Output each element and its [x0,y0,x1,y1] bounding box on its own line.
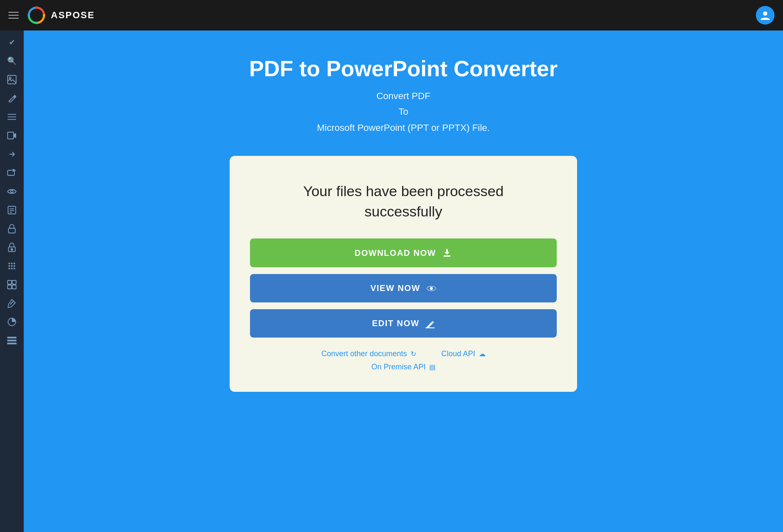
sidebar-item-chart[interactable] [3,313,21,330]
subtitle-line1: Convert PDF [376,91,430,101]
svg-point-13 [11,190,13,193]
user-avatar[interactable] [756,6,775,25]
card-links-row2: On Premise API ▤ [371,363,435,371]
svg-point-1 [35,6,38,9]
view-now-button[interactable]: VIEW NOW [250,274,557,302]
sidebar-item-square[interactable] [3,276,21,293]
sidebar-item-menu[interactable] [3,332,21,349]
cloud-icon: ☁ [479,350,486,358]
premise-api-label: On Premise API [371,363,425,371]
subtitle-line3: Microsoft PowerPoint (PPT or PPTX) File. [317,122,490,133]
svg-point-21 [8,263,10,264]
svg-rect-30 [8,280,11,284]
edit-icon [425,319,435,328]
svg-point-7 [9,77,11,79]
hamburger-menu[interactable] [8,12,19,19]
sidebar-item-edit[interactable] [3,202,21,219]
server-icon: ▤ [429,363,436,371]
sidebar-item-pencil[interactable] [3,90,21,107]
card-links: Convert other documents ↻ Cloud API ☁ On… [250,349,557,371]
svg-point-29 [14,268,15,269]
svg-rect-31 [12,280,16,284]
svg-point-27 [8,268,10,269]
logo-area: ASPOSE [27,6,95,25]
sidebar-item-return[interactable] [3,164,21,181]
svg-point-26 [14,265,15,267]
sidebar-item-video[interactable] [3,127,21,144]
sidebar-item-image[interactable] [3,71,21,88]
svg-rect-41 [425,327,435,328]
svg-rect-39 [444,255,450,257]
svg-rect-37 [7,340,17,341]
svg-point-2 [43,14,45,17]
sidebar-item-lock1[interactable] [3,220,21,237]
sidebar-item-list[interactable] [3,108,21,125]
premise-api-link[interactable]: On Premise API ▤ [371,363,435,371]
svg-rect-14 [8,206,16,214]
view-icon [426,285,436,292]
svg-point-40 [430,287,433,290]
svg-rect-33 [12,285,16,289]
view-label: VIEW NOW [370,283,420,293]
edit-now-button[interactable]: EDIT NOW [250,309,557,338]
svg-point-25 [11,265,13,267]
sidebar-item-arrow[interactable] [3,146,21,163]
download-icon [442,248,452,258]
sidebar-item-search[interactable]: 🔍 [3,53,21,69]
main-content: PDF to PowerPoint Converter Convert PDF … [24,30,783,532]
success-message: Your files have been processedsuccessful… [303,181,503,222]
edit-label: EDIT NOW [372,319,419,328]
svg-rect-18 [8,228,15,233]
sidebar-item-pen[interactable] [3,295,21,312]
page-title: PDF to PowerPoint Converter [249,56,558,81]
convert-other-label: Convert other documents [321,349,407,358]
cloud-api-label: Cloud API [441,349,475,358]
sidebar-item-grid[interactable] [3,258,21,274]
svg-point-22 [11,263,13,264]
aspose-logo-icon [27,6,46,25]
subtitle-line2: To [398,106,408,117]
svg-point-23 [14,263,15,264]
card-links-row1: Convert other documents ↻ Cloud API ☁ [321,349,485,358]
download-label: DOWNLOAD NOW [355,248,436,258]
svg-point-3 [35,22,38,24]
header: ASPOSE [0,0,783,30]
header-left: ASPOSE [8,6,95,25]
svg-rect-32 [8,285,11,289]
svg-point-4 [28,14,30,17]
svg-point-20 [11,249,13,250]
sidebar: ✔ 🔍 [0,30,24,532]
convert-other-link[interactable]: Convert other documents ↻ [321,349,416,358]
download-now-button[interactable]: DOWNLOAD NOW [250,238,557,267]
logo-text: ASPOSE [51,10,95,21]
svg-rect-11 [8,132,14,139]
svg-rect-38 [7,343,17,344]
svg-rect-36 [7,337,17,338]
cloud-api-link[interactable]: Cloud API ☁ [441,349,486,358]
svg-point-28 [11,268,13,269]
svg-point-24 [8,265,10,267]
sidebar-item-check[interactable]: ✔ [3,34,21,51]
sidebar-item-eye[interactable] [3,183,21,200]
refresh-icon: ↻ [411,350,416,358]
svg-point-5 [763,11,767,16]
sidebar-item-lock2[interactable] [3,239,21,256]
page-subtitle: Convert PDF To Microsoft PowerPoint (PPT… [317,88,490,136]
result-card: Your files have been processedsuccessful… [230,156,577,392]
